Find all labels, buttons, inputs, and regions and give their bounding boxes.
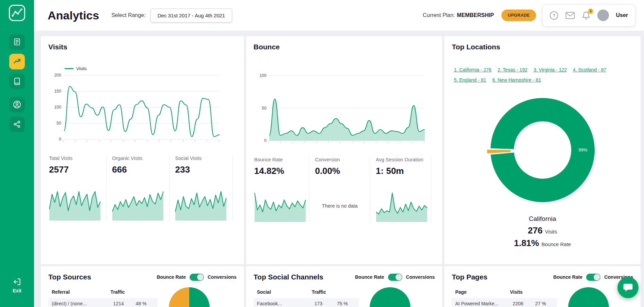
app-root: Exit Analytics Select Range: Dec 31st 20… bbox=[0, 0, 644, 307]
person-icon bbox=[13, 100, 21, 109]
stat-value: 0.00% bbox=[315, 166, 370, 176]
stat-conversion: Conversion 0.00% There is no data bbox=[309, 157, 370, 222]
selected-location-bounce: 1.81%Bounce Rate bbox=[452, 238, 633, 248]
header: Analytics Select Range: Dec 31st 2017 - … bbox=[34, 0, 644, 31]
share-icon bbox=[13, 120, 21, 128]
page-visits: 2206 bbox=[513, 301, 535, 306]
svg-text:100: 100 bbox=[54, 105, 61, 110]
col-traffic: Traffic bbox=[111, 289, 154, 295]
pages-metric-toggle[interactable] bbox=[586, 274, 600, 281]
analytics-trend-icon bbox=[13, 58, 21, 66]
visits-line-chart: 050100150200 bbox=[50, 72, 222, 145]
table-header-row: Social Traffic bbox=[254, 287, 359, 297]
app-logo[interactable] bbox=[8, 4, 26, 22]
location-link-scotland[interactable]: 4. Scotland - 87 bbox=[573, 67, 606, 72]
sidebar: Exit bbox=[0, 0, 34, 307]
stat-total-visits: Total Visits 2577 bbox=[48, 156, 107, 221]
visits-card: Visits Visits 050100150200 Total Visits … bbox=[41, 36, 244, 264]
social-metric-toggle[interactable] bbox=[388, 274, 402, 281]
card-header: Top Social Channels Bounce Rate Conversi… bbox=[254, 273, 435, 281]
stat-label: Social Visits bbox=[175, 156, 232, 161]
top-locations-title: Top Locations bbox=[452, 43, 633, 51]
sidebar-item-account[interactable] bbox=[9, 97, 25, 112]
page-title: Analytics bbox=[48, 9, 99, 22]
bounce-title: Bounce bbox=[254, 43, 435, 51]
pages-pie-chart bbox=[568, 287, 609, 307]
toggle-knob bbox=[396, 274, 402, 280]
current-plan-label: Current Plan: bbox=[423, 12, 455, 18]
user-name[interactable]: User bbox=[616, 12, 628, 18]
visits-legend: Visits bbox=[65, 66, 237, 71]
exit-button[interactable]: Exit bbox=[13, 277, 21, 293]
sidebar-item-library[interactable] bbox=[9, 74, 25, 89]
svg-text:100: 100 bbox=[259, 73, 267, 78]
page-percent: 27 % bbox=[535, 301, 553, 306]
stat-label: Avg Session Duration bbox=[376, 157, 431, 162]
avatar[interactable] bbox=[597, 10, 609, 21]
top-pages-title: Top Pages bbox=[452, 273, 487, 281]
top-locations-card: Top Locations 1. California - 276 2. Tex… bbox=[444, 36, 641, 264]
location-link-texas[interactable]: 2. Texas - 192 bbox=[498, 67, 528, 72]
table-row[interactable]: (direct) / (none... 1214 48 % bbox=[48, 298, 158, 307]
location-link-new-hampshire[interactable]: 6. New Hampshire - 81 bbox=[492, 77, 541, 83]
location-links: 1. California - 276 2. Texas - 192 3. Vi… bbox=[454, 65, 631, 85]
top-sources-title: Top Sources bbox=[48, 273, 91, 281]
date-range-picker[interactable]: Dec 31st 2017 - Aug 4th 2021 bbox=[150, 9, 232, 22]
selected-location-info: California 276Visits 1.81%Bounce Rate bbox=[452, 215, 633, 248]
current-plan-value: MEMBERSHIP bbox=[457, 12, 494, 18]
bounce-rate-toggle-label: Bounce Rate bbox=[355, 274, 384, 280]
conversions-toggle-label: Conversions bbox=[208, 274, 237, 280]
stat-social-visits: Social Visits 233 bbox=[170, 156, 232, 221]
channel-percent: 75 % bbox=[337, 301, 355, 306]
stat-label: Conversion bbox=[315, 157, 370, 162]
table-row[interactable]: Facebook... 173 75 % bbox=[254, 298, 359, 307]
main-area: Analytics Select Range: Dec 31st 2017 - … bbox=[34, 0, 644, 307]
notifications-button[interactable]: 1 bbox=[582, 11, 591, 20]
exit-icon bbox=[13, 277, 21, 286]
stat-value: 2577 bbox=[49, 164, 106, 175]
table-header-row: Page Visits bbox=[452, 287, 557, 297]
toggle-knob bbox=[594, 274, 600, 280]
stat-bounce-rate: Bounce Rate 14.82% bbox=[254, 157, 310, 222]
location-link-england[interactable]: 5. England - 81 bbox=[454, 77, 486, 83]
sidebar-item-forms[interactable] bbox=[9, 34, 25, 50]
table-row[interactable]: AI Powered Marke... 2206 27 % bbox=[452, 298, 557, 307]
metric-toggle-group: Bounce Rate Conversions bbox=[157, 274, 236, 281]
svg-text:99%: 99% bbox=[578, 147, 587, 152]
sidebar-item-analytics[interactable] bbox=[9, 54, 25, 69]
sources-metric-toggle[interactable] bbox=[190, 274, 204, 281]
toggle-knob bbox=[197, 274, 204, 280]
card-header: Top Sources Bounce Rate Conversions bbox=[48, 273, 237, 281]
social-pie-chart bbox=[370, 287, 410, 307]
chat-widget-button[interactable] bbox=[617, 277, 639, 298]
top-pages-card: Top Pages Bounce Rate Conversions Page V… bbox=[444, 266, 641, 307]
sources-pie-chart bbox=[169, 287, 210, 307]
help-button[interactable]: ? bbox=[549, 11, 559, 20]
logo-linechart-icon bbox=[8, 4, 26, 22]
bounce-area-chart: 050100 bbox=[256, 73, 428, 146]
select-range-label: Select Range: bbox=[111, 12, 146, 18]
social-table: Social Traffic Facebook... 173 75 % bbox=[254, 287, 359, 307]
bounce-card: Bounce 050100 Bounce Rate 14.82% Convers… bbox=[246, 36, 442, 264]
stat-value: 233 bbox=[175, 164, 232, 175]
table-header-row: Referral Traffic bbox=[48, 287, 158, 297]
col-traffic: Traffic bbox=[312, 289, 355, 295]
mail-button[interactable] bbox=[565, 12, 575, 19]
source-percent: 48 % bbox=[136, 301, 154, 306]
help-icon: ? bbox=[549, 11, 559, 20]
source-traffic: 1214 bbox=[113, 301, 136, 306]
stat-label: Bounce Rate bbox=[254, 157, 309, 162]
col-visits: Visits bbox=[510, 289, 553, 295]
location-link-california[interactable]: 1. California - 276 bbox=[454, 67, 492, 72]
sidebar-item-share[interactable] bbox=[9, 116, 25, 132]
page-name: AI Powered Marke... bbox=[455, 301, 513, 306]
stat-label: Total Visits bbox=[49, 156, 106, 161]
svg-text:50: 50 bbox=[57, 121, 61, 126]
visits-label: Visits bbox=[545, 229, 557, 235]
visits-value: 276 bbox=[528, 225, 543, 236]
source-name: (direct) / (none... bbox=[52, 301, 113, 306]
book-icon bbox=[13, 77, 21, 85]
location-link-virginia[interactable]: 3. Virginia - 122 bbox=[533, 67, 567, 72]
upgrade-button[interactable]: UPGRADE bbox=[501, 10, 536, 21]
form-icon bbox=[13, 38, 21, 46]
